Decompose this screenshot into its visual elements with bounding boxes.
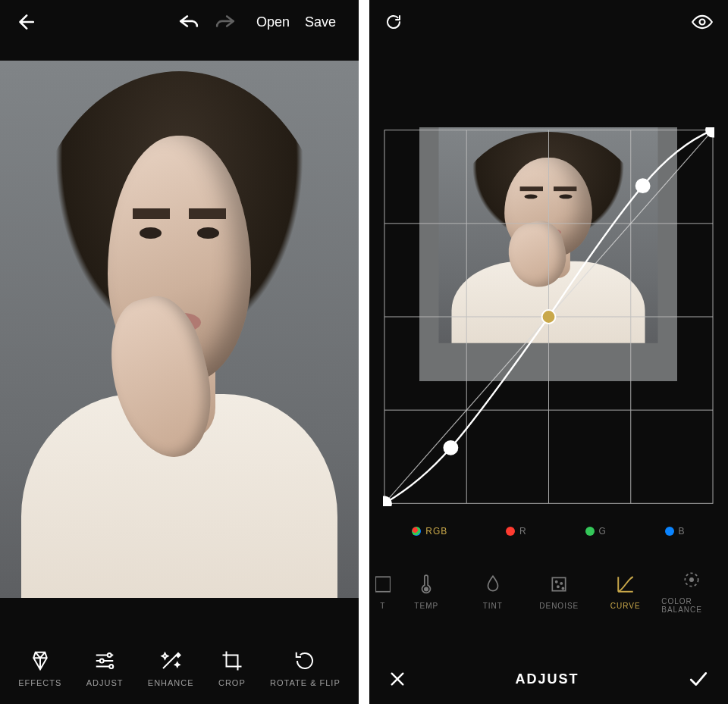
- save-button[interactable]: Save: [297, 14, 344, 30]
- tool-enhance[interactable]: ENHANCE: [148, 649, 194, 687]
- editor-main-screen: Open Save EFFECTS ADJUST ENHANCE: [0, 0, 359, 704]
- curve-point-shadows[interactable]: [383, 496, 391, 506]
- channel-rgb[interactable]: RGB: [412, 526, 447, 537]
- preview-icon[interactable]: [692, 14, 713, 30]
- tool-adjust[interactable]: ADJUST: [86, 649, 124, 687]
- adj-partial-clipped[interactable]: T: [375, 574, 391, 610]
- undo-icon[interactable]: [179, 14, 199, 30]
- tool-label: ENHANCE: [148, 678, 194, 687]
- tool-rotate-flip[interactable]: ROTATE & FLIP: [270, 649, 340, 687]
- adj-tint[interactable]: TINT: [463, 574, 523, 610]
- adj-temp[interactable]: TEMP: [396, 574, 457, 610]
- adj-denoise[interactable]: DENOISE: [529, 574, 589, 610]
- curve-point-highlights[interactable]: [706, 127, 714, 137]
- redo-icon[interactable]: [215, 14, 235, 30]
- svg-point-13: [425, 587, 428, 590]
- svg-point-20: [690, 578, 693, 581]
- curve-point-darks[interactable]: [444, 441, 457, 455]
- tool-label: ROTATE & FLIP: [270, 678, 340, 687]
- adj-curve[interactable]: CURVE: [595, 574, 656, 610]
- top-bar: Open Save: [0, 0, 359, 44]
- svg-point-0: [108, 653, 111, 657]
- reset-icon[interactable]: [384, 13, 403, 31]
- curve-point-mid[interactable]: [542, 310, 556, 324]
- svg-point-2: [109, 665, 113, 668]
- tool-crop[interactable]: CROP: [218, 649, 246, 687]
- channel-b[interactable]: B: [665, 526, 686, 537]
- svg-point-3: [700, 20, 705, 25]
- cancel-icon[interactable]: [389, 671, 406, 687]
- curve-adjust-screen: RGB R G B T TEMP TINT DENOISE: [369, 0, 728, 704]
- svg-point-1: [100, 659, 104, 663]
- curve-editor[interactable]: [383, 127, 714, 506]
- edited-image: [0, 61, 359, 598]
- open-button[interactable]: Open: [249, 14, 297, 30]
- svg-rect-12: [375, 577, 391, 592]
- apply-icon[interactable]: [689, 671, 708, 687]
- adjust-sub-toolbar: T TEMP TINT DENOISE CURVE COLOR BALANCE: [369, 549, 728, 621]
- tool-label: CROP: [218, 678, 246, 687]
- back-icon[interactable]: [15, 12, 35, 32]
- curve-grid-overlay: [383, 127, 714, 506]
- svg-point-16: [560, 582, 562, 584]
- confirm-bar: ADJUST: [369, 654, 728, 704]
- bottom-toolbar: EFFECTS ADJUST ENHANCE CROP ROTATE & FLI…: [0, 598, 359, 704]
- channel-r[interactable]: R: [506, 526, 527, 537]
- svg-point-18: [563, 587, 564, 589]
- tool-label: EFFECTS: [18, 678, 61, 687]
- top-bar: [369, 0, 728, 44]
- svg-point-15: [556, 580, 557, 582]
- svg-point-17: [557, 586, 559, 587]
- screen-title: ADJUST: [515, 671, 579, 687]
- photo-canvas[interactable]: [0, 61, 359, 598]
- tool-effects[interactable]: EFFECTS: [18, 649, 61, 687]
- adj-color-balance[interactable]: COLOR BALANCE: [661, 570, 722, 614]
- curve-channel-selector: RGB R G B: [369, 506, 728, 549]
- tool-label: ADJUST: [86, 678, 124, 687]
- curve-point-lights[interactable]: [636, 179, 650, 192]
- channel-g[interactable]: G: [585, 526, 607, 537]
